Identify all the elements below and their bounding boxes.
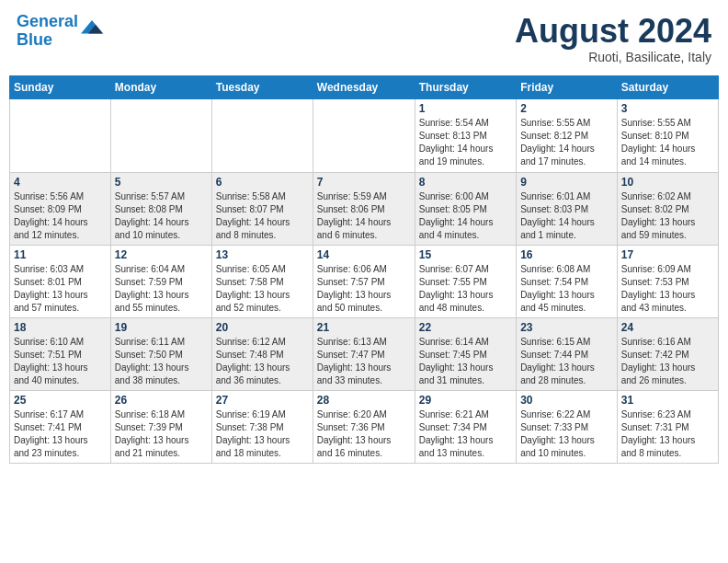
calendar-cell: 5Sunrise: 5:57 AM Sunset: 8:08 PM Daylig… [110,172,211,245]
day-info: Sunrise: 6:10 AM Sunset: 7:51 PM Dayligh… [14,336,107,387]
day-number: 19 [115,321,208,334]
calendar-cell [211,98,313,172]
month-title: August 2024 [515,13,711,50]
day-number: 13 [216,248,309,261]
header-monday: Monday [110,75,211,98]
day-info: Sunrise: 5:59 AM Sunset: 8:06 PM Dayligh… [317,190,411,242]
calendar-cell: 19Sunrise: 6:11 AM Sunset: 7:50 PM Dayli… [110,317,211,390]
logo-text: General Blue [17,13,78,50]
day-number: 30 [520,394,613,407]
day-number: 4 [14,176,107,189]
day-info: Sunrise: 6:19 AM Sunset: 7:38 PM Dayligh… [216,408,309,460]
day-number: 23 [520,321,613,334]
location-subtitle: Ruoti, Basilicate, Italy [515,50,711,64]
calendar-cell: 17Sunrise: 6:09 AM Sunset: 7:53 PM Dayli… [617,245,718,317]
day-number: 17 [621,248,714,261]
header-thursday: Thursday [415,75,516,98]
calendar-table: Sunday Monday Tuesday Wednesday Thursday… [9,75,719,464]
calendar-cell [313,98,415,172]
calendar-cell: 27Sunrise: 6:19 AM Sunset: 7:38 PM Dayli… [211,390,313,463]
day-info: Sunrise: 6:20 AM Sunset: 7:36 PM Dayligh… [317,408,411,460]
header-wednesday: Wednesday [313,75,415,98]
day-info: Sunrise: 6:04 AM Sunset: 7:59 PM Dayligh… [115,263,208,315]
header-saturday: Saturday [617,75,718,98]
day-number: 7 [317,176,411,189]
day-info: Sunrise: 6:00 AM Sunset: 8:05 PM Dayligh… [419,190,512,242]
day-info: Sunrise: 5:55 AM Sunset: 8:10 PM Dayligh… [621,117,714,168]
calendar-cell: 29Sunrise: 6:21 AM Sunset: 7:34 PM Dayli… [415,390,516,463]
day-number: 12 [115,248,208,261]
day-number: 20 [216,321,309,334]
day-number: 15 [419,248,512,261]
day-number: 26 [115,394,208,407]
day-info: Sunrise: 6:21 AM Sunset: 7:34 PM Dayligh… [419,408,512,460]
calendar-cell [110,98,211,172]
page-header: General Blue August 2024 Ruoti, Basilica… [9,9,719,68]
calendar-cell: 11Sunrise: 6:03 AM Sunset: 8:01 PM Dayli… [10,245,111,317]
day-info: Sunrise: 6:22 AM Sunset: 7:33 PM Dayligh… [520,408,613,460]
day-number: 31 [621,394,714,407]
header-friday: Friday [517,75,618,98]
day-info: Sunrise: 6:07 AM Sunset: 7:55 PM Dayligh… [419,263,512,315]
calendar-cell: 28Sunrise: 6:20 AM Sunset: 7:36 PM Dayli… [313,390,415,463]
calendar-cell: 18Sunrise: 6:10 AM Sunset: 7:51 PM Dayli… [10,317,111,390]
day-number: 29 [419,394,512,407]
day-info: Sunrise: 6:01 AM Sunset: 8:03 PM Dayligh… [520,190,613,242]
calendar-cell: 23Sunrise: 6:15 AM Sunset: 7:44 PM Dayli… [517,317,618,390]
day-number: 8 [419,176,512,189]
calendar-cell: 25Sunrise: 6:17 AM Sunset: 7:41 PM Dayli… [10,390,111,463]
calendar-cell: 2Sunrise: 5:55 AM Sunset: 8:12 PM Daylig… [517,98,618,172]
calendar-cell: 8Sunrise: 6:00 AM Sunset: 8:05 PM Daylig… [415,172,516,245]
day-number: 21 [317,321,411,334]
day-info: Sunrise: 6:05 AM Sunset: 7:58 PM Dayligh… [216,263,309,315]
calendar-cell: 15Sunrise: 6:07 AM Sunset: 7:55 PM Dayli… [415,245,516,317]
day-number: 22 [419,321,512,334]
calendar-week-row: 18Sunrise: 6:10 AM Sunset: 7:51 PM Dayli… [10,317,719,390]
day-info: Sunrise: 5:56 AM Sunset: 8:09 PM Dayligh… [14,190,107,242]
header-tuesday: Tuesday [211,75,313,98]
day-number: 1 [419,102,512,115]
calendar-cell: 10Sunrise: 6:02 AM Sunset: 8:02 PM Dayli… [617,172,718,245]
day-number: 9 [520,176,613,189]
calendar-cell: 30Sunrise: 6:22 AM Sunset: 7:33 PM Dayli… [517,390,618,463]
day-number: 16 [520,248,613,261]
day-info: Sunrise: 6:06 AM Sunset: 7:57 PM Dayligh… [317,263,411,315]
day-number: 25 [14,394,107,407]
calendar-cell: 1Sunrise: 5:54 AM Sunset: 8:13 PM Daylig… [415,98,516,172]
calendar-cell: 16Sunrise: 6:08 AM Sunset: 7:54 PM Dayli… [517,245,618,317]
weekday-header-row: Sunday Monday Tuesday Wednesday Thursday… [10,75,719,98]
day-number: 6 [216,176,309,189]
day-info: Sunrise: 6:14 AM Sunset: 7:45 PM Dayligh… [419,336,512,387]
day-info: Sunrise: 5:55 AM Sunset: 8:12 PM Dayligh… [520,117,613,168]
calendar-cell: 24Sunrise: 6:16 AM Sunset: 7:42 PM Dayli… [617,317,718,390]
day-info: Sunrise: 6:17 AM Sunset: 7:41 PM Dayligh… [14,408,107,460]
calendar-cell: 31Sunrise: 6:23 AM Sunset: 7:31 PM Dayli… [617,390,718,463]
calendar-cell: 6Sunrise: 5:58 AM Sunset: 8:07 PM Daylig… [211,172,313,245]
day-number: 11 [14,248,107,261]
day-number: 10 [621,176,714,189]
day-info: Sunrise: 6:23 AM Sunset: 7:31 PM Dayligh… [621,408,714,460]
day-info: Sunrise: 5:57 AM Sunset: 8:08 PM Dayligh… [115,190,208,242]
day-info: Sunrise: 6:16 AM Sunset: 7:42 PM Dayligh… [621,336,714,387]
calendar-week-row: 4Sunrise: 5:56 AM Sunset: 8:09 PM Daylig… [10,172,719,245]
logo: General Blue [17,13,103,50]
calendar-cell: 21Sunrise: 6:13 AM Sunset: 7:47 PM Dayli… [313,317,415,390]
calendar-cell: 9Sunrise: 6:01 AM Sunset: 8:03 PM Daylig… [517,172,618,245]
day-info: Sunrise: 5:54 AM Sunset: 8:13 PM Dayligh… [419,117,512,168]
day-number: 14 [317,248,411,261]
day-info: Sunrise: 5:58 AM Sunset: 8:07 PM Dayligh… [216,190,309,242]
calendar-cell: 22Sunrise: 6:14 AM Sunset: 7:45 PM Dayli… [415,317,516,390]
calendar-week-row: 11Sunrise: 6:03 AM Sunset: 8:01 PM Dayli… [10,245,719,317]
day-info: Sunrise: 6:03 AM Sunset: 8:01 PM Dayligh… [14,263,107,315]
calendar-cell: 20Sunrise: 6:12 AM Sunset: 7:48 PM Dayli… [211,317,313,390]
day-info: Sunrise: 6:09 AM Sunset: 7:53 PM Dayligh… [621,263,714,315]
calendar-cell: 4Sunrise: 5:56 AM Sunset: 8:09 PM Daylig… [10,172,111,245]
day-info: Sunrise: 6:15 AM Sunset: 7:44 PM Dayligh… [520,336,613,387]
calendar-week-row: 25Sunrise: 6:17 AM Sunset: 7:41 PM Dayli… [10,390,719,463]
calendar-cell: 3Sunrise: 5:55 AM Sunset: 8:10 PM Daylig… [617,98,718,172]
day-number: 24 [621,321,714,334]
day-number: 2 [520,102,613,115]
header-sunday: Sunday [10,75,111,98]
day-info: Sunrise: 6:02 AM Sunset: 8:02 PM Dayligh… [621,190,714,242]
calendar-cell: 13Sunrise: 6:05 AM Sunset: 7:58 PM Dayli… [211,245,313,317]
